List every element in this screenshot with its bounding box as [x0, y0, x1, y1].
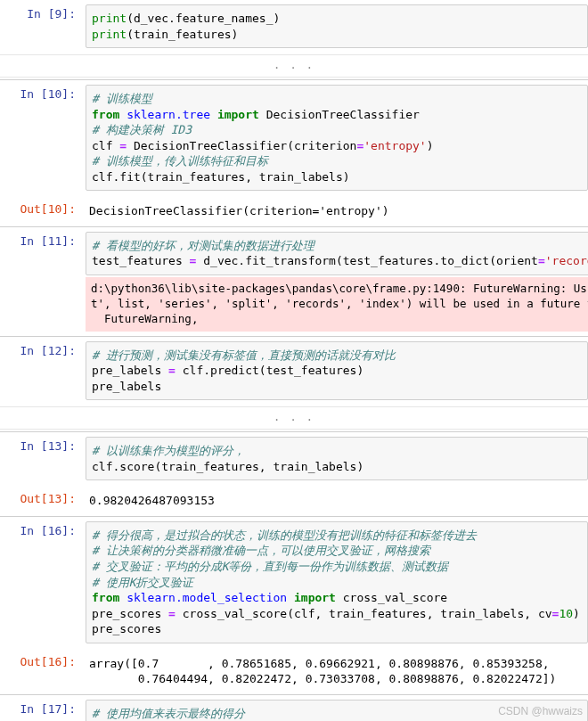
token-comment: # 看模型的好坏，对测试集的数据进行处理: [92, 239, 314, 252]
watermark: CSDN @hwwaizs: [498, 705, 583, 717]
in-prompt-13: In [13]:: [0, 434, 83, 483]
token-keyword: from: [92, 591, 119, 604]
in-prompt-16: In [16]:: [0, 519, 83, 646]
code-16[interactable]: # 得分很高，是过拟合的状态，训练的模型没有把训练的特征和标签传进去 # 让决策…: [86, 521, 588, 643]
token: ): [427, 139, 434, 152]
token: d_vec.fit_transform(test_features.to_dic…: [196, 254, 538, 267]
token: (train_features): [127, 28, 238, 41]
token: =: [168, 364, 176, 377]
input-area-12[interactable]: # 进行预测，测试集没有标签值，直接预测的话就没有对比 pre_labels =…: [83, 339, 588, 404]
token-string: 'record': [545, 254, 588, 267]
in-prompt-12: In [12]:: [0, 339, 83, 404]
input-area-9[interactable]: print(d_vec.feature_names_) print(train_…: [83, 2, 588, 51]
token-string: 'entropy': [363, 139, 426, 152]
token-comment: # 得分很高，是过拟合的状态，训练的模型没有把训练的特征和标签传进去: [92, 528, 477, 542]
code-cell-9: In [9]: print(d_vec.feature_names_) prin…: [0, 0, 588, 53]
token: pre_labels: [92, 380, 161, 393]
token: pre_scores: [92, 607, 168, 620]
code-9[interactable]: print(d_vec.feature_names_) print(train_…: [86, 4, 588, 48]
token: sklearn.model_selection: [119, 591, 294, 604]
output-truncated: . . .: [0, 406, 588, 430]
in-prompt-10: In [10]:: [0, 82, 83, 193]
code-10[interactable]: # 训练模型 from sklearn.tree import Decision…: [86, 85, 588, 191]
output-cell-13: Out[13]: 0.9820426487093153: [0, 485, 588, 516]
in-prompt-11: In [11]:: [0, 229, 83, 334]
code-cell-10: In [10]: # 训练模型 from sklearn.tree import…: [0, 79, 588, 195]
token-comment: # 进行预测，测试集没有标签值，直接预测的话就没有对比: [92, 348, 396, 362]
output-10: DecisionTreeClassifier(criterion='entrop…: [86, 200, 588, 222]
output-truncated: . . .: [0, 54, 588, 78]
output-16: array([0.7 , 0.78651685, 0.69662921, 0.8…: [86, 652, 588, 690]
token: =: [538, 254, 545, 267]
token-number: 10: [559, 607, 573, 620]
warning-output: d:\python36\lib\site-packages\pandas\cor…: [86, 277, 588, 332]
token-comment: # 训练模型: [92, 92, 152, 105]
token-comment: # 交叉验证：平均的分成K等份，直到每一份作为训练数据、测试数据: [92, 560, 448, 573]
out-prompt-13: Out[13]:: [0, 487, 83, 514]
code-12[interactable]: # 进行预测，测试集没有标签值，直接预测的话就没有对比 pre_labels =…: [86, 341, 588, 401]
token: sklearn.tree: [119, 108, 217, 121]
code-11[interactable]: # 看模型的好坏，对测试集的数据进行处理 test_features = d_v…: [86, 232, 588, 275]
token: clf.score(train_features, train_labels): [92, 460, 363, 473]
code-cell-11: In [11]: # 看模型的好坏，对测试集的数据进行处理 test_featu…: [0, 226, 588, 336]
token: =: [168, 607, 176, 620]
token-keyword: from: [92, 108, 119, 121]
code-cell-16: In [16]: # 得分很高，是过拟合的状态，训练的模型没有把训练的特征和标签…: [0, 516, 588, 648]
output-area-10: DecisionTreeClassifier(criterion='entrop…: [83, 197, 588, 225]
code-cell-13: In [13]: # 以训练集作为模型的评分， clf.score(train_…: [0, 431, 588, 485]
token-comment: # 构建决策树 ID3: [92, 123, 192, 136]
token: DecisionTreeClassifier: [259, 108, 420, 121]
token: (d_vec.feature_names_): [127, 12, 280, 25]
token-comment: # 让决策树的分类器稍微准确一点，可以使用交叉验证，网格搜索: [92, 544, 430, 557]
token: print: [92, 28, 127, 41]
input-area-10[interactable]: # 训练模型 from sklearn.tree import Decision…: [83, 82, 588, 193]
token: =: [119, 139, 127, 152]
token-keyword: import: [294, 591, 336, 604]
out-prompt-16: Out[16]:: [0, 650, 83, 692]
input-area-11[interactable]: # 看模型的好坏，对测试集的数据进行处理 test_features = d_v…: [83, 229, 588, 334]
token: pre_scores: [92, 622, 161, 635]
token-comment: # 训练模型，传入训练特征和目标: [92, 154, 268, 168]
out-prompt-10: Out[10]:: [0, 197, 83, 225]
output-cell-16: Out[16]: array([0.7 , 0.78651685, 0.6966…: [0, 648, 588, 694]
token: print: [92, 12, 127, 25]
token-comment: # 以训练集作为模型的评分，: [92, 444, 245, 457]
token-comment: # 使用K折交叉验证: [92, 576, 193, 589]
token: clf.predict(test_features): [176, 364, 363, 377]
in-prompt-9: In [9]:: [0, 2, 83, 51]
token: test_features: [92, 254, 190, 267]
token-comment: # 使用均值来表示最终的得分: [92, 707, 245, 720]
token: pre_labels: [92, 364, 168, 377]
token: clf: [92, 139, 119, 152]
token: DecisionTreeClassifier(criterion: [127, 139, 356, 152]
code-13[interactable]: # 以训练集作为模型的评分， clf.score(train_features,…: [86, 437, 588, 480]
output-area-16: array([0.7 , 0.78651685, 0.69662921, 0.8…: [83, 650, 588, 692]
input-area-13[interactable]: # 以训练集作为模型的评分， clf.score(train_features,…: [83, 434, 588, 483]
token: cross_val_score: [336, 591, 447, 604]
token-keyword: import: [217, 108, 259, 121]
output-cell-10: Out[10]: DecisionTreeClassifier(criterio…: [0, 195, 588, 226]
token: ): [573, 607, 580, 620]
input-area-16[interactable]: # 得分很高，是过拟合的状态，训练的模型没有把训练的特征和标签传进去 # 让决策…: [83, 519, 588, 646]
output-13: 0.9820426487093153: [86, 489, 588, 512]
output-area-13: 0.9820426487093153: [83, 487, 588, 514]
in-prompt-17: In [17]:: [0, 697, 83, 721]
token: cross_val_score(clf, train_features, tra…: [176, 607, 552, 620]
code-cell-12: In [12]: # 进行预测，测试集没有标签值，直接预测的话就没有对比 pre…: [0, 336, 588, 406]
token: clf.fit(train_features, train_labels): [92, 170, 350, 184]
